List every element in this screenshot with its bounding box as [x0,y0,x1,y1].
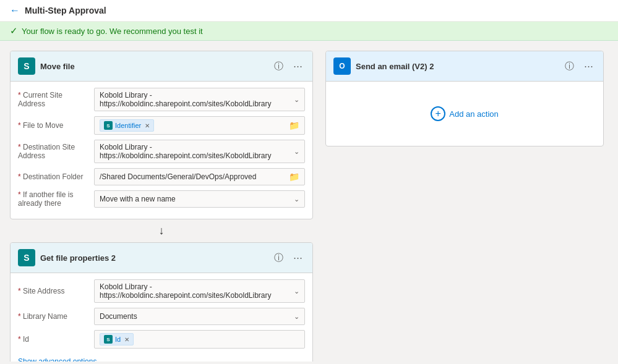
add-action-icon: + [431,106,445,121]
file-to-move-tag: S Identifier ✕ [100,119,154,132]
current-site-address-row: Current Site Address Kobold Library - ht… [18,88,305,111]
left-column: S Move file ⓘ ⋯ Current Site Address Kob… [10,51,313,352]
dest-site-address-value: Kobold Library - https://koboldinc.share… [100,143,294,160]
file-to-move-input[interactable]: S Identifier ✕ 📁 [94,116,305,135]
if-another-file-arrow: ⌄ [294,195,299,203]
move-file-header: S Move file ⓘ ⋯ [11,51,312,82]
gfp-site-address-row: Site Address Kobold Library - https://ko… [18,279,305,303]
dest-site-address-input[interactable]: Kobold Library - https://koboldinc.share… [94,140,305,163]
dest-folder-row: Destination Folder /Shared Documents/Gen… [18,168,305,185]
send-email-more-button[interactable]: ⋯ [582,59,596,73]
gfp-show-advanced[interactable]: Show advanced options ⌄ [18,353,305,362]
success-message: Your flow is ready to go. We recommend y… [22,27,203,36]
get-file-properties-card: S Get file properties 2 ⓘ ⋯ Site Address… [10,242,313,362]
get-file-properties-title: Get file properties 2 [40,253,267,263]
move-file-help-button[interactable]: ⓘ [272,59,286,74]
send-email-icon: O [333,57,351,75]
move-file-more-button[interactable]: ⋯ [291,59,305,73]
gfp-site-address-input[interactable]: Kobold Library - https://koboldinc.share… [94,279,305,303]
gfp-id-tag: S Id ✕ [100,333,134,345]
gfp-id-tag-icon: S [104,335,113,344]
file-to-move-row: File to Move S Identifier ✕ 📁 [18,116,305,135]
if-another-file-label: If another file is already there [18,190,89,208]
gfp-chevron-down-icon: ⌄ [99,357,105,362]
add-action-button[interactable]: + Add an action [431,106,499,121]
dest-folder-input[interactable]: /Shared Documents/General/DevOps/Approve… [94,168,305,185]
gfp-site-address-value: Kobold Library - https://koboldinc.share… [100,282,294,300]
move-file-card: S Move file ⓘ ⋯ Current Site Address Kob… [10,51,313,219]
canvas: S Move file ⓘ ⋯ Current Site Address Kob… [0,41,618,362]
file-to-move-tag-remove[interactable]: ✕ [145,122,150,129]
if-another-file-row: If another file is already there Move wi… [18,190,305,208]
move-file-title: Move file [40,62,267,71]
success-icon: ✓ [10,25,18,36]
gfp-site-address-arrow: ⌄ [294,287,299,295]
file-to-move-file-btn[interactable]: 📁 [289,121,299,130]
gfp-id-row: Id S Id ✕ [18,330,305,349]
current-site-address-value: Kobold Library - https://koboldinc.share… [100,91,294,108]
file-to-move-label: File to Move [18,121,89,130]
move-file-actions: ⓘ ⋯ [272,59,305,74]
get-file-properties-body: Site Address Kobold Library - https://ko… [11,273,312,362]
send-email-body: + Add an action [326,82,603,146]
dest-site-address-row: Destination Site Address Kobold Library … [18,140,305,163]
right-column: O Send an email (V2) 2 ⓘ ⋯ + Add an acti… [325,51,604,352]
dest-folder-value: /Shared Documents/General/DevOps/Approve… [100,172,289,181]
current-site-address-input[interactable]: Kobold Library - https://koboldinc.share… [94,88,305,111]
gfp-library-name-value: Documents [100,312,294,321]
send-email-header: O Send an email (V2) 2 ⓘ ⋯ [326,51,603,82]
move-file-body: Current Site Address Kobold Library - ht… [11,82,312,219]
gfp-id-tag-text: Id [115,336,121,343]
gfp-library-name-input[interactable]: Documents ⌄ [94,308,305,325]
dest-folder-file-btn[interactable]: 📁 [289,172,299,182]
dest-folder-label: Destination Folder [18,172,89,181]
gfp-site-address-label: Site Address [18,287,89,295]
add-action-label: Add an action [449,109,499,119]
gfp-library-name-row: Library Name Documents ⌄ [18,308,305,325]
if-another-file-value: Move with a new name [100,195,294,203]
gfp-library-name-label: Library Name [18,312,89,321]
get-file-properties-icon: S [18,249,35,266]
gfp-id-label: Id [18,335,89,344]
gfp-id-tag-remove[interactable]: ✕ [124,336,129,343]
back-button[interactable]: ← [10,5,20,16]
get-file-properties-more-button[interactable]: ⋯ [291,251,305,265]
arrow-1: ↓ [159,219,165,242]
success-banner: ✓ Your flow is ready to go. We recommend… [0,22,618,41]
send-email-actions: ⓘ ⋯ [562,59,596,74]
move-file-icon: S [18,57,35,75]
tag-sharepoint-icon: S [104,121,113,130]
page-title: Multi-Step Approval [25,6,106,15]
current-site-address-label: Current Site Address [18,91,89,108]
gfp-id-input[interactable]: S Id ✕ [94,330,305,349]
top-bar: ← Multi-Step Approval [0,0,618,22]
get-file-properties-actions: ⓘ ⋯ [272,251,305,265]
send-email-title: Send an email (V2) 2 [356,62,557,71]
if-another-file-input[interactable]: Move with a new name ⌄ [94,190,305,208]
get-file-properties-help-button[interactable]: ⓘ [272,251,286,265]
current-site-address-arrow: ⌄ [294,96,299,104]
dest-site-address-label: Destination Site Address [18,143,89,160]
send-email-help-button[interactable]: ⓘ [562,59,577,74]
file-to-move-tag-text: Identifier [115,122,141,129]
get-file-properties-header: S Get file properties 2 ⓘ ⋯ [11,243,312,273]
gfp-library-name-arrow: ⌄ [294,313,299,321]
dest-site-address-arrow: ⌄ [294,148,299,156]
send-email-card: O Send an email (V2) 2 ⓘ ⋯ + Add an acti… [325,51,604,146]
add-action-area: + Add an action [333,88,596,140]
